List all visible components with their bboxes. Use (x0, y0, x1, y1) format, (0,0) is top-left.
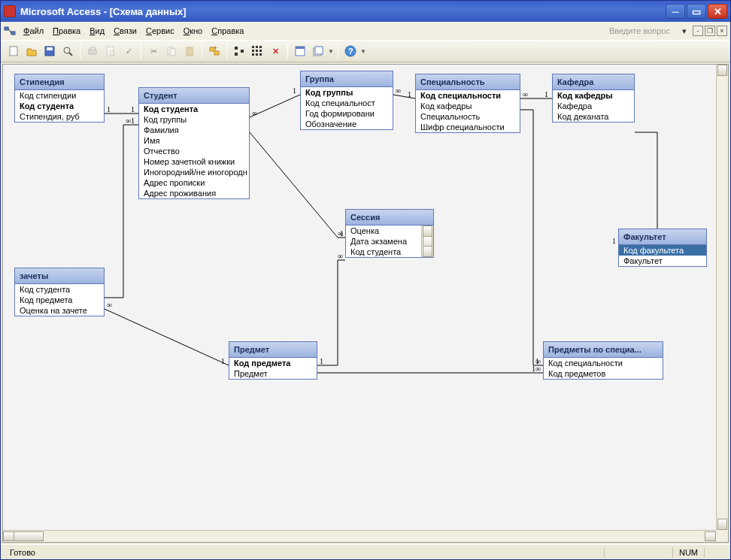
svg-line-7 (69, 53, 72, 56)
menu-file[interactable]: Файл (19, 25, 48, 37)
table-predmet[interactable]: ПредметКод предметаПредмет (229, 341, 317, 380)
table-title[interactable]: Группа (301, 71, 393, 87)
ask-a-question[interactable]: Введите вопрос (248, 26, 678, 35)
copy-button[interactable] (163, 43, 180, 59)
table-sessia[interactable]: СессияОценкаДата экзаменаКод студента (345, 209, 434, 258)
field[interactable]: Дата экзамена (346, 236, 421, 247)
table-title[interactable]: Факультет (619, 229, 706, 245)
relationships-canvas[interactable]: 11∞1∞1∞11∞∞1∞11∞1∞1∞1∞СтипендияКод стипе… (2, 64, 729, 543)
table-kafedra[interactable]: КафедраКод кафедрыКафедраКод деканата (552, 74, 635, 123)
search-button[interactable] (59, 43, 76, 59)
horizontal-scrollbar[interactable] (3, 530, 716, 542)
table-title[interactable]: Стипендия (15, 74, 104, 90)
table-zachety[interactable]: зачетыКод студентаКод предметаОценка на … (14, 268, 105, 316)
show-direct-relationships-button[interactable] (231, 43, 247, 59)
menu-window[interactable]: Окно (179, 25, 208, 37)
field[interactable]: Код группы (301, 87, 393, 98)
save-button[interactable] (41, 43, 58, 59)
field[interactable]: Код студента (346, 247, 421, 257)
relationships-icon[interactable] (4, 25, 16, 37)
field[interactable]: Адрес прописки (139, 177, 249, 188)
show-table-button[interactable]: + (206, 43, 223, 59)
field[interactable]: Специальность (416, 111, 520, 122)
clear-layout-button[interactable]: ✕ (267, 43, 284, 59)
field[interactable]: Код студента (139, 104, 249, 114)
field[interactable]: Код факультета (619, 245, 706, 256)
maximize-button[interactable]: ▭ (687, 4, 706, 19)
field[interactable]: Адрес проживания (139, 188, 249, 198)
field[interactable]: Код студента (15, 284, 104, 295)
svg-rect-21 (252, 46, 254, 48)
field[interactable]: Номер зачетной книжки (139, 156, 249, 167)
database-window-button[interactable] (292, 43, 308, 59)
table-stipendiya[interactable]: СтипендияКод стипендииКод студентаСтипен… (14, 74, 105, 123)
field[interactable]: Код специальност (301, 98, 393, 108)
table-title[interactable]: Студент (139, 88, 249, 104)
field[interactable]: Код специальности (544, 358, 663, 368)
table-fakultet[interactable]: ФакультетКод факультетаФакультет (618, 229, 707, 267)
field[interactable]: Код деканата (553, 111, 634, 122)
field[interactable]: Год формировани (301, 108, 393, 119)
mdi-minimize-button[interactable]: - (693, 26, 703, 36)
field[interactable]: Обозначение (301, 119, 393, 129)
minimize-button[interactable]: ─ (666, 4, 685, 19)
svg-rect-14 (187, 47, 193, 56)
field[interactable]: Оценка на зачете (15, 305, 104, 316)
field[interactable]: Код кафедры (416, 101, 520, 111)
svg-line-58 (105, 309, 229, 365)
mdi-close-button[interactable]: × (717, 26, 727, 36)
close-button[interactable]: ✕ (708, 4, 727, 19)
svg-text:1: 1 (131, 117, 135, 125)
svg-text:∞: ∞ (252, 109, 257, 117)
field[interactable]: Предмет (229, 368, 317, 379)
table-title[interactable]: Предметы по специа... (544, 342, 663, 358)
table-gruppa[interactable]: ГруппаКод группыКод специальностГод форм… (300, 71, 393, 130)
window-title: Microsoft Access - [Схема данных] (20, 6, 187, 17)
field[interactable]: Код студента (15, 101, 104, 111)
print-button[interactable] (84, 43, 101, 59)
new-object-button[interactable] (310, 43, 326, 59)
help-button[interactable]: ? (342, 43, 359, 59)
new-button[interactable] (5, 43, 22, 59)
table-student[interactable]: СтудентКод студентаКод группыФамилияИмяО… (138, 87, 250, 199)
vertical-scrollbar[interactable] (716, 65, 728, 530)
open-button[interactable] (23, 43, 40, 59)
table-title[interactable]: Сессия (346, 210, 433, 226)
mdi-restore-button[interactable]: ❐ (705, 26, 715, 36)
field[interactable]: Иногородний/не иногородн (139, 167, 249, 177)
table-title[interactable]: Специальность (416, 74, 520, 90)
field[interactable]: Отчество (139, 146, 249, 156)
field[interactable]: Стипендия, руб (15, 111, 104, 122)
print-preview-button[interactable] (102, 43, 119, 59)
help-dropdown-icon[interactable]: ▼ (360, 48, 366, 55)
field[interactable]: Факультет (619, 256, 706, 266)
menu-tools[interactable]: Сервис (141, 25, 179, 37)
field[interactable]: Фамилия (139, 125, 249, 135)
field[interactable]: Код стипендии (15, 90, 104, 101)
menu-help[interactable]: Справка (207, 25, 248, 37)
field[interactable]: Код группы (139, 114, 249, 125)
table-title[interactable]: зачеты (15, 268, 104, 284)
table-title[interactable]: Предмет (229, 342, 317, 358)
spelling-button[interactable]: ✓ (120, 43, 137, 59)
field[interactable]: Код кафедры (553, 90, 634, 101)
field[interactable]: Оценка (346, 226, 421, 236)
table-predmety_spec[interactable]: Предметы по специа...Код специальностиКо… (543, 341, 663, 380)
field[interactable]: Код специальности (416, 90, 520, 101)
table-title[interactable]: Кафедра (553, 74, 634, 90)
menu-view[interactable]: Вид (85, 25, 109, 37)
field[interactable]: Шифр специальности (416, 122, 520, 132)
show-all-relationships-button[interactable] (249, 43, 265, 59)
ask-dropdown-icon[interactable]: ▾ (678, 26, 691, 36)
field[interactable]: Код предмета (15, 295, 104, 305)
field[interactable]: Кафедра (553, 101, 634, 111)
paste-button[interactable] (181, 43, 198, 59)
field[interactable]: Имя (139, 135, 249, 146)
menu-edit[interactable]: Правка (48, 25, 85, 37)
field[interactable]: Код предметов (544, 368, 663, 379)
menu-relations[interactable]: Связи (109, 25, 141, 37)
cut-button[interactable]: ✂ (145, 43, 162, 59)
table-spec[interactable]: СпециальностьКод специальностиКод кафедр… (415, 74, 520, 133)
new-object-dropdown-icon[interactable]: ▼ (328, 48, 334, 55)
field[interactable]: Код предмета (229, 358, 317, 368)
